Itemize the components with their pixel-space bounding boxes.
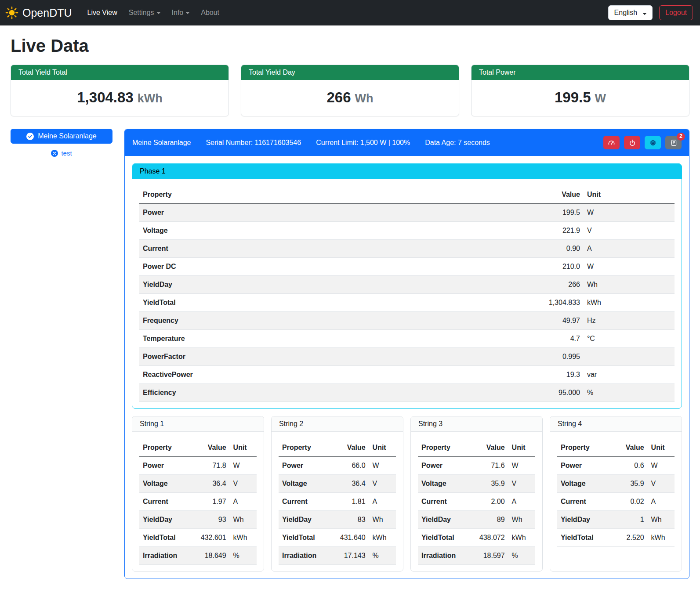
string-card-body: PropertyValueUnitPower66.0WVoltage36.4VC… [272,432,403,571]
property-cell: Voltage [139,222,519,240]
table-row: Voltage36.4V [279,475,396,493]
language-select[interactable]: English [608,5,653,20]
value-cell: 95.000 [519,384,584,402]
summary-card-total-yield-total: Total Yield Total1,304.83kWh [11,65,229,116]
table-row: Current0.90A [139,240,675,258]
string-card-body: PropertyValueUnitPower0.6WVoltage35.9VCu… [550,432,682,553]
table-row: YieldTotal1,304.833kWh [139,294,675,312]
string-card-string-4: String 4PropertyValueUnitPower0.6WVoltag… [550,416,682,572]
unit-cell: V [648,475,675,493]
unit-cell: kWh [508,529,535,547]
page-content: Live Data Total Yield Total1,304.83kWhTo… [0,25,700,590]
table-row: YieldDay89Wh [418,511,535,529]
value-cell: 210.0 [519,258,584,276]
value-cell: 1 [610,511,647,529]
inverter-sidebar: Meine Solaranlagetest [11,129,112,157]
unit-cell: V [508,475,535,493]
chevron-down-icon [157,12,160,14]
chevron-down-icon [643,13,646,15]
table-row: ReactivePower19.3var [139,366,675,384]
navbar-right: English Logout [608,5,693,20]
content-row: Meine Solaranlagetest Meine Solaranlage … [11,129,689,579]
table-row: Power71.8W [139,457,257,475]
table-row: YieldTotal438.072kWh [418,529,535,547]
table-row: Voltage36.4V [139,475,257,493]
value-cell: 1,304.833 [519,294,584,312]
unit-cell: Hz [584,312,675,330]
nav-item-info[interactable]: Info [166,5,196,20]
unit-cell: W [584,204,675,222]
value-cell: 0.02 [610,493,647,511]
value-cell: 18.597 [471,547,508,565]
value-cell: 4.7 [519,330,584,348]
table-row: Temperature4.7°C [139,330,675,348]
language-value: English [614,9,637,16]
inverter-actions: 2 [603,136,682,149]
property-cell: Current [279,493,331,511]
property-cell: Frequency [139,312,519,330]
nav-item-about[interactable]: About [195,5,225,20]
property-cell: YieldDay [139,276,519,294]
unit-cell: V [584,222,675,240]
table-row: Power199.5W [139,204,675,222]
inverter-select-meine-solaranlage[interactable]: Meine Solaranlage [11,129,112,144]
gauge-icon [608,139,615,146]
property-cell: Current [557,493,610,511]
table-row: Power0.6W [557,457,675,475]
summary-card-body: 266Wh [241,80,459,116]
table-row: Irradiation18.597% [418,547,535,565]
unit-cell: kWh [584,294,675,312]
table-row: Voltage35.9V [418,475,535,493]
event-log-button[interactable]: 2 [665,136,682,149]
unit-cell: Wh [584,276,675,294]
unit-cell: W [230,457,257,475]
summary-card-total-yield-day: Total Yield Day266Wh [241,65,459,116]
value-cell: 2.520 [610,529,647,547]
property-cell: YieldTotal [279,529,331,547]
column-header-property: Property [139,439,192,457]
unit-cell: Wh [508,511,535,529]
property-cell: Temperature [139,330,519,348]
property-cell: Efficiency [139,384,519,402]
value-cell: 36.4 [192,475,229,493]
table-row: Irradiation18.649% [139,547,257,565]
nav-item-live-view[interactable]: Live View [82,5,123,20]
string-card-body: PropertyValueUnitPower71.8WVoltage36.4VC… [132,432,264,571]
device-info-button[interactable] [645,136,661,149]
unit-cell: A [369,493,396,511]
power-button[interactable] [624,136,640,149]
value-cell: 438.072 [471,529,508,547]
nav-item-settings[interactable]: Settings [123,5,166,20]
value-cell: 431.640 [331,529,369,547]
page-title: Live Data [11,36,689,56]
value-cell: 266 [519,276,584,294]
string-card-title: String 4 [550,416,682,432]
string-card-title: String 1 [132,416,264,432]
inverter-label: test [61,149,72,157]
unit-cell: W [648,457,675,475]
nav-menu: Live ViewSettingsInfoAbout [82,5,225,20]
brand[interactable]: OpenDTU [5,6,72,19]
table-row: YieldDay266Wh [139,276,675,294]
x-circle-icon [51,150,58,157]
table-row: Current1.97A [139,493,257,511]
summary-card-title: Total Yield Day [241,65,459,80]
inverter-data-age: Data Age: 7 seconds [425,139,490,147]
value-cell: 432.601 [192,529,229,547]
summary-card-total-power: Total Power199.5W [471,65,689,116]
inverter-label: Meine Solaranlage [38,132,96,140]
string-table: PropertyValueUnitPower71.6WVoltage35.9VC… [418,439,535,565]
unit-cell: kWh [230,529,257,547]
value-cell: 0.995 [519,348,584,366]
value-cell: 0.6 [610,457,647,475]
unit-cell: Wh [230,511,257,529]
unit-cell: Wh [648,511,675,529]
journal-icon [670,139,677,146]
table-row: YieldDay93Wh [139,511,257,529]
logout-button[interactable]: Logout [659,5,693,20]
unit-cell: V [369,475,396,493]
table-row: YieldDay83Wh [279,511,396,529]
column-header-value: Value [471,439,508,457]
limit-settings-button[interactable] [603,136,620,149]
inverter-select-test[interactable]: test [51,149,72,157]
